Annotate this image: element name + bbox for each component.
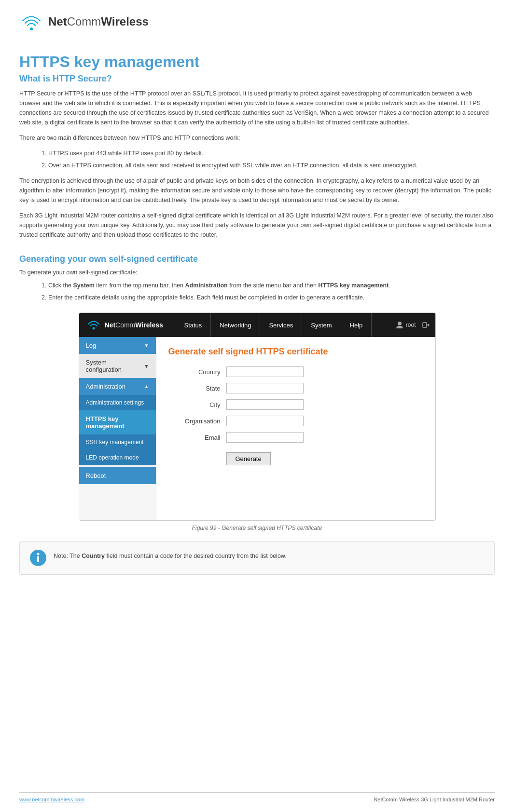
svg-point-6 [37,553,40,555]
nav-services[interactable]: Services [260,313,302,337]
step1-admin-text: Administration [185,282,228,289]
https-differences-list: HTTPS uses port 443 while HTTP uses port… [48,149,495,171]
router-logo-icon [86,318,101,332]
router-main-panel: Generate self signed HTTPS certificate C… [156,337,435,520]
list-item-2: Over an HTTPS connection, all data sent … [48,161,495,171]
generate-button[interactable]: Generate [226,452,271,465]
form-row-country: Country [168,366,423,377]
gen-step-2: Enter the certificate details using the … [48,293,495,303]
router-nav-items: Status Networking Services System Help [176,313,390,337]
netcomm-logo-icon [19,10,43,34]
step1-system-text: System [73,282,94,289]
email-input[interactable] [226,432,304,443]
body-text-4: Each 3G Light Industrial M2M router cont… [19,211,495,240]
state-input[interactable] [226,383,304,393]
sidebar-item-log[interactable]: Log ▼ [79,337,156,354]
sidebar-item-admin-settings[interactable]: Administration settings [79,395,156,410]
nav-help[interactable]: Help [341,313,372,337]
router-navbar: NetCommWireless Status Networking Servic… [79,313,435,337]
body-text-1: HTTP Secure or HTTPS is the use of the H… [19,89,495,127]
page-title: HTTPS key management [19,53,495,71]
city-label: City [168,401,226,408]
note-country-bold: Country [82,553,105,559]
country-label: Country [168,368,226,376]
email-label: Email [168,434,226,441]
footer-right-text: NetComm Wireless 3G Light Industrial M2M… [374,797,495,802]
sidebar-item-https-key[interactable]: HTTPS key management [79,410,156,434]
svg-point-0 [30,27,33,30]
logout-icon[interactable] [422,321,430,329]
router-logo-comm: Comm [115,321,135,329]
body-text-2: There are two main differences between h… [19,133,495,143]
cert-form-title: Generate self signed HTTPS certificate [168,347,423,357]
figure-wrapper: NetCommWireless Status Networking Servic… [19,312,495,531]
list-item-1: HTTPS uses port 443 while HTTP uses port… [48,149,495,159]
router-logo-net: Net [105,321,116,329]
svg-point-1 [92,327,95,330]
admin-chevron: ▲ [144,384,149,389]
body-text-3: The encryption is achieved through the u… [19,176,495,205]
info-icon [29,549,47,567]
gen-intro: To generate your own self-signed certifi… [19,269,495,276]
router-logo-wireless: Wireless [135,321,163,329]
page-footer: www.netcommwireless.com NetComm Wireless… [19,792,495,802]
org-label: Organisation [168,418,226,425]
svg-rect-5 [37,556,39,562]
footer-link[interactable]: www.netcommwireless.com [19,797,84,802]
nav-status[interactable]: Status [176,313,211,337]
svg-point-2 [398,322,402,325]
step1-https-text: HTTPS key management [318,282,389,289]
note-text: Note: The Country field must contain a c… [54,549,287,561]
form-row-org: Organisation [168,416,423,426]
nav-system[interactable]: System [302,313,341,337]
sidebar-item-administration[interactable]: Administration ▲ [79,378,156,395]
nav-networking[interactable]: Networking [211,313,260,337]
sidebar-item-system-config[interactable]: System configuration ▼ [79,354,156,378]
gen-steps-list: Click the System item from the top menu … [48,281,495,303]
figure-caption: Figure 99 - Generate self signed HTTPS c… [19,525,495,531]
generating-section-heading: Generating your own self-signed certific… [19,254,495,264]
sidebar-item-led-mode[interactable]: LED operation mode [79,450,156,465]
logo-text: NetCommWireless [48,15,149,28]
what-is-https-heading: What is HTTP Secure? [19,74,495,84]
sidebar-item-ssh-key[interactable]: SSH key management [79,434,156,450]
router-ui-screenshot: NetCommWireless Status Networking Servic… [79,312,436,521]
generate-btn-row: Generate [168,448,423,465]
org-input[interactable] [226,416,304,426]
state-label: State [168,385,226,392]
logo-area: NetCommWireless [19,10,495,39]
form-row-city: City [168,399,423,410]
city-input[interactable] [226,399,304,410]
router-nav-right: root [390,321,435,329]
svg-rect-3 [423,323,427,327]
user-area: root [396,321,416,329]
gen-step-1: Click the System item from the top menu … [48,281,495,291]
country-input[interactable] [226,366,304,377]
log-chevron: ▼ [144,343,149,348]
router-logo-area: NetCommWireless [79,318,176,332]
router-content: Log ▼ System configuration ▼ Administrat… [79,337,435,520]
user-icon [396,321,403,329]
router-sidebar: Log ▼ System configuration ▼ Administrat… [79,337,156,520]
note-box: Note: The Country field must contain a c… [19,541,495,575]
form-row-email: Email [168,432,423,443]
form-row-state: State [168,383,423,393]
sysconfig-chevron: ▼ [144,364,149,369]
user-name: root [406,322,416,328]
sidebar-item-reboot[interactable]: Reboot [79,467,156,484]
